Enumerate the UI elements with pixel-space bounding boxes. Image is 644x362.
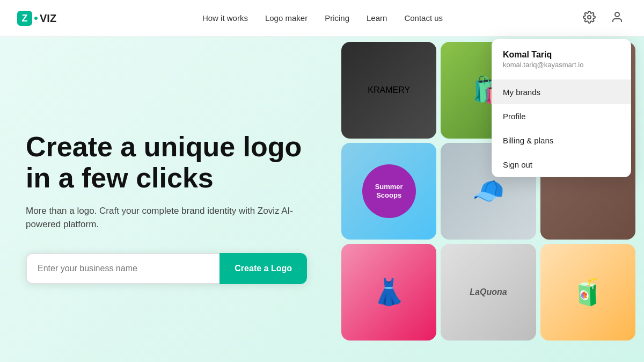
hero-left: Create a unique logo in a few clicks Mor… <box>0 37 333 362</box>
user-icon <box>611 11 624 24</box>
svg-point-5 <box>615 12 619 17</box>
mosaic-fashion: 👗 <box>341 244 436 341</box>
dropdown-my-brands[interactable]: My brands <box>492 80 631 104</box>
business-name-input[interactable] <box>26 253 219 284</box>
dropdown-billing[interactable]: Billing & plans <box>492 128 631 153</box>
nav-how-it-works[interactable]: How it works <box>202 13 248 23</box>
user-dropdown-menu: Komal Tariq komal.tariq@kayasmart.io My … <box>492 39 631 177</box>
create-logo-button[interactable]: Create a Logo <box>219 253 307 284</box>
nav-pricing[interactable]: Pricing <box>325 13 349 23</box>
dropdown-profile[interactable]: Profile <box>492 104 631 128</box>
svg-point-4 <box>588 16 591 19</box>
hero-subtitle: More than a logo. Craft your complete br… <box>26 204 307 231</box>
dropdown-sign-out[interactable]: Sign out <box>492 153 631 177</box>
settings-button[interactable] <box>580 8 599 28</box>
dropdown-username: Komal Tariq <box>503 50 620 60</box>
hero-title: Create a unique logo in a few clicks <box>26 132 307 193</box>
svg-point-2 <box>34 17 38 20</box>
nav-actions <box>580 8 627 28</box>
dropdown-user-info: Komal Tariq komal.tariq@kayasmart.io <box>492 39 631 80</box>
navbar: Z VIZ How it works Logo maker Pricing Le… <box>0 0 644 37</box>
user-button[interactable] <box>608 8 627 28</box>
nav-contact[interactable]: Contact us <box>404 13 443 23</box>
nav-links: How it works Logo maker Pricing Learn Co… <box>202 13 443 23</box>
mosaic-lacuona: LaQuona <box>441 244 536 341</box>
settings-icon <box>583 11 596 24</box>
mosaic-drink: 🧃 <box>540 244 635 341</box>
dropdown-user-email: komal.tariq@kayasmart.io <box>503 61 620 69</box>
svg-text:Z: Z <box>22 13 28 24</box>
mosaic-kramery: KRAMERY <box>341 42 436 139</box>
mosaic-ice-cream: SummerScoops <box>341 143 436 240</box>
nav-learn[interactable]: Learn <box>367 13 387 23</box>
svg-text:VIZ: VIZ <box>40 12 56 24</box>
nav-logo-maker[interactable]: Logo maker <box>265 13 308 23</box>
hero-input-row: Create a Logo <box>26 253 307 284</box>
logo-svg: Z VIZ <box>17 9 65 28</box>
logo[interactable]: Z VIZ <box>17 9 65 28</box>
